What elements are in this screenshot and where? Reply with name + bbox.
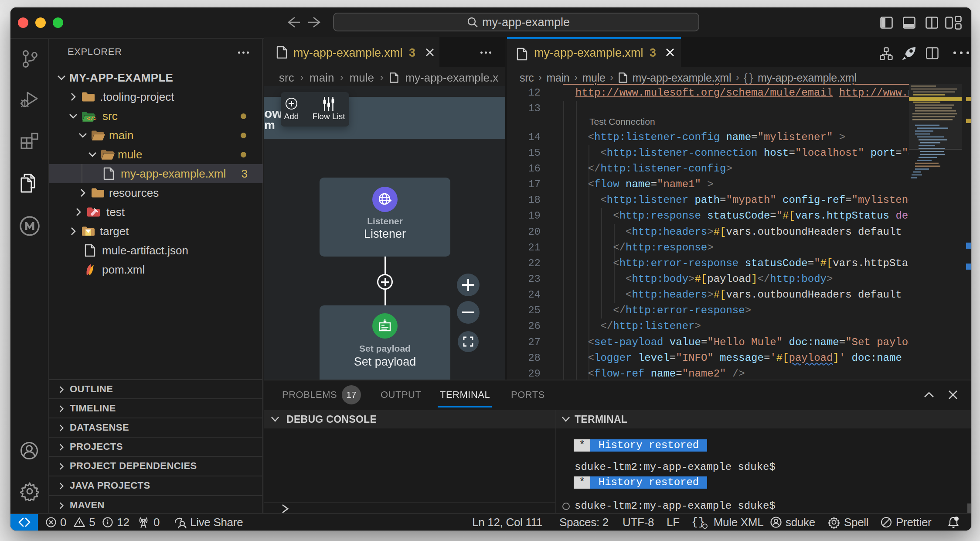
svg-text:</>: </>: [87, 116, 96, 122]
